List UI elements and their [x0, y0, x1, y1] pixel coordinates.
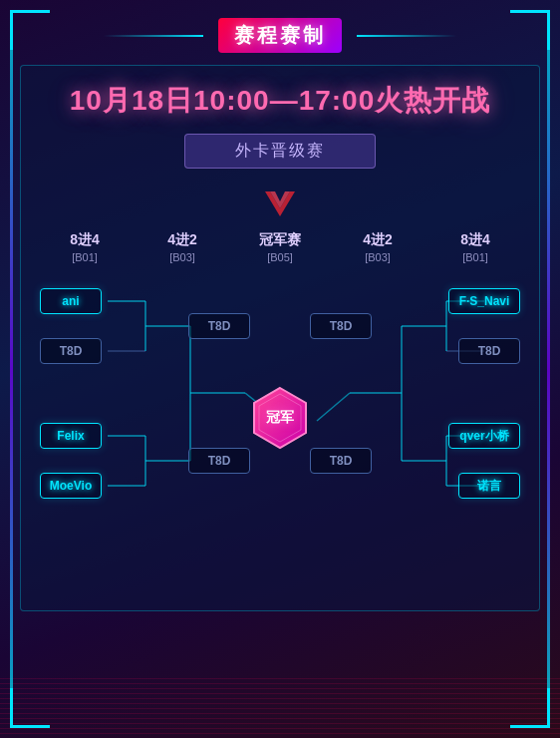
stage-4: 4进2 [B03] [329, 231, 426, 263]
stage-3-name: 冠军赛 [231, 231, 329, 249]
stage-5: 8进4 [B01] [426, 231, 524, 263]
stage-1-name: 8进4 [36, 231, 134, 249]
stage-1: 8进4 [B01] [36, 231, 134, 263]
mid-tbd-left-top: T8D [188, 313, 250, 339]
svg-line-21 [317, 393, 350, 421]
team-moevio: MoeVio [40, 473, 102, 499]
wildcard-label: 外卡晋级赛 [184, 134, 376, 169]
bracket-area: ani T8D Felix MoeVio T8D T8D [36, 271, 524, 590]
title-line-left [104, 35, 203, 37]
title-line-right [357, 35, 456, 37]
corner-br [510, 688, 550, 728]
stage-4-format: [B03] [329, 251, 426, 263]
stage-3: 冠军赛 [B05] [231, 231, 329, 263]
mid-tbd-right-bot: T8D [310, 448, 372, 474]
event-date: 10月18日10:00—17:00火热开战 [31, 82, 529, 120]
right-border-line [547, 50, 550, 688]
title-box: 赛程赛制 [218, 18, 342, 53]
stage-2-name: 4进2 [134, 231, 231, 249]
stage-2-format: [B03] [134, 251, 231, 263]
main-content: 10月18日10:00—17:00火热开战 外卡晋级赛 8进4 [B01] 4进… [20, 65, 540, 611]
team-fnavi: F·S_Navi [448, 288, 520, 314]
champion-label: 冠军 [266, 409, 294, 427]
team-tbd-r1: T8D [458, 338, 520, 364]
stage-labels: 8进4 [B01] 4进2 [B03] 冠军赛 [B05] 4进2 [B03] … [31, 231, 529, 263]
team-nuoyan: 诺言 [458, 473, 520, 499]
left-border-line [10, 50, 13, 688]
logo-section [31, 186, 529, 221]
team-felix: Felix [40, 423, 102, 449]
stage-4-name: 4进2 [329, 231, 426, 249]
team-ani: ani [40, 288, 102, 314]
stage-2: 4进2 [B03] [134, 231, 231, 263]
mid-tbd-right-top: T8D [310, 313, 372, 339]
wildcard-section: 外卡晋级赛 [31, 134, 529, 169]
mid-tbd-left-bot: T8D [188, 448, 250, 474]
team-qver: qver小桥 [448, 423, 520, 449]
stage-5-name: 8进4 [426, 231, 524, 249]
stage-5-format: [B01] [426, 251, 524, 263]
champion-badge: 冠军 [245, 383, 315, 453]
stage-1-format: [B01] [36, 251, 134, 263]
stage-3-format: [B05] [231, 251, 329, 263]
team-tbd-l1: T8D [40, 338, 102, 364]
bottom-decoration [0, 678, 560, 738]
brand-logo [260, 186, 300, 221]
page-title: 赛程赛制 [234, 24, 326, 46]
corner-bl [10, 688, 50, 728]
hex-shape: 冠军 [246, 384, 314, 452]
title-section: 赛程赛制 [0, 0, 560, 53]
